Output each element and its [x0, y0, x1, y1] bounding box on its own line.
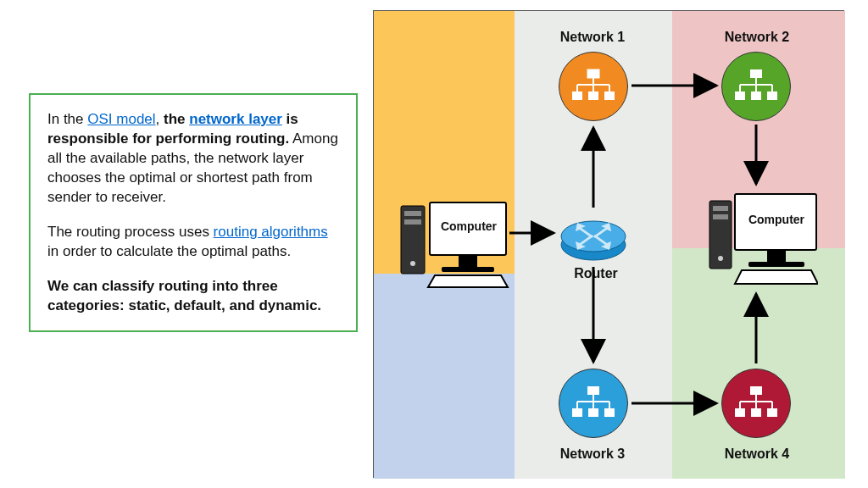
hierarchy-icon	[733, 385, 779, 422]
svg-rect-41	[459, 255, 477, 267]
svg-rect-45	[713, 214, 728, 219]
label-network-3: Network 3	[542, 446, 643, 462]
label-network-1: Network 1	[542, 30, 643, 45]
svg-point-39	[410, 261, 415, 266]
svg-rect-0	[587, 69, 599, 78]
svg-point-46	[718, 256, 723, 261]
svg-rect-38	[404, 219, 421, 225]
svg-rect-44	[713, 206, 728, 211]
hierarchy-icon	[733, 68, 779, 105]
bg-left-bottom	[374, 274, 515, 479]
svg-rect-6	[572, 92, 582, 100]
description-panel: In the OSI model, the network layer is r…	[29, 93, 358, 332]
node-network-2	[721, 52, 791, 121]
svg-rect-27	[750, 386, 762, 395]
router-icon	[559, 213, 628, 262]
p2-tail: in order to calculate the optimal paths.	[47, 243, 291, 259]
svg-rect-37	[404, 211, 421, 216]
svg-rect-25	[588, 408, 598, 417]
link-network-layer[interactable]: network layer	[189, 111, 282, 127]
routing-diagram: Network 1 Network 2 Network 3 Network 4 …	[373, 10, 844, 478]
node-network-3	[559, 369, 628, 438]
paragraph-1: In the OSI model, the network layer is r…	[47, 110, 339, 208]
svg-rect-18	[587, 386, 599, 395]
hierarchy-icon	[570, 385, 616, 422]
link-osi-model[interactable]: OSI model	[87, 111, 155, 127]
computer-icon	[399, 197, 509, 291]
p2-prefix: The routing process uses	[47, 224, 214, 240]
svg-rect-8	[604, 92, 615, 100]
label-computer-right: Computer	[742, 213, 811, 226]
svg-rect-24	[572, 408, 582, 417]
router-node	[559, 213, 628, 262]
node-network-1	[559, 52, 628, 121]
p1-mid: ,	[156, 111, 164, 127]
label-network-2: Network 2	[706, 30, 808, 45]
svg-rect-15	[735, 92, 745, 100]
computer-left: Computer	[399, 197, 509, 291]
svg-rect-17	[767, 92, 777, 100]
svg-rect-26	[604, 408, 615, 417]
label-network-4: Network 4	[706, 446, 808, 462]
svg-rect-7	[588, 92, 598, 100]
p1-prefix: In the	[47, 111, 87, 127]
svg-rect-34	[751, 408, 761, 417]
hierarchy-icon	[570, 68, 616, 105]
label-router: Router	[562, 266, 630, 281]
link-routing-algorithms[interactable]: routing algorithms	[214, 224, 328, 240]
label-computer-left: Computer	[437, 219, 501, 233]
svg-rect-35	[767, 408, 777, 417]
svg-rect-42	[442, 267, 494, 272]
paragraph-3: We can classify routing into three categ…	[47, 277, 339, 316]
node-network-4	[721, 369, 791, 438]
svg-rect-49	[748, 262, 804, 267]
computer-right: Computer	[708, 189, 818, 291]
computer-icon	[708, 189, 818, 291]
svg-rect-9	[750, 69, 762, 78]
svg-rect-16	[751, 92, 761, 100]
svg-rect-48	[767, 250, 786, 262]
svg-rect-33	[735, 408, 745, 417]
paragraph-2: The routing process uses routing algorit…	[47, 223, 339, 262]
